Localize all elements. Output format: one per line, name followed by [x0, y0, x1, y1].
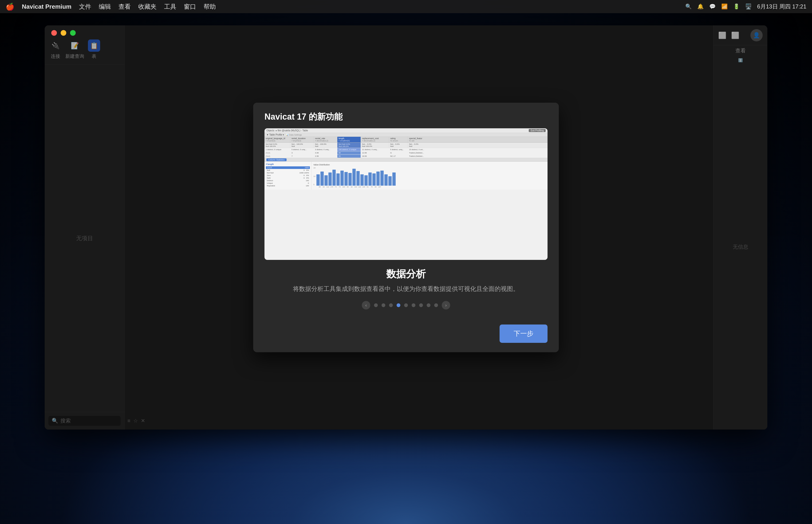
- cell-notnull-2: Not... 100.0%Null: [290, 143, 314, 148]
- dot-5[interactable]: [404, 304, 408, 307]
- maximize-button[interactable]: [70, 30, 76, 36]
- count-row: Count 1000: [266, 166, 310, 169]
- dr1-c3: 3 distinct, 0 uniq...: [314, 148, 337, 151]
- col-rental-rate: rental_rate♯ decimal(4,2): [314, 137, 337, 142]
- bar-15: [372, 174, 376, 186]
- dr2-c2: 3: [290, 151, 314, 154]
- battery-icon[interactable]: 🔋: [733, 3, 740, 10]
- ps-toolbar-right: Exit Profiling: [529, 129, 546, 132]
- new-features-modal: Navicat 17 的新功能 Objects ▸ film @sakila (: [253, 103, 559, 352]
- chart-title: Value Distribution: [313, 164, 546, 166]
- modal-body-title: 数据分析: [264, 260, 548, 284]
- col-stats-tab: Column Statistics: [264, 158, 548, 162]
- bar-9: [348, 173, 352, 186]
- menu-favorites[interactable]: 收藏夹: [138, 3, 157, 11]
- table-profile-label[interactable]: ▼ Table Profile ▾: [266, 133, 284, 136]
- bar-6: [337, 174, 340, 186]
- exit-profiling-btn[interactable]: Exit Profiling: [529, 129, 546, 132]
- film-path: ▸ film @sakila (MySQL) - Table: [276, 129, 308, 132]
- null-row: Null 0 0%: [266, 169, 310, 171]
- length-label: ♯ length: [266, 163, 310, 165]
- bar-3: [324, 175, 328, 186]
- y-axis: 15 10 5: [313, 167, 315, 186]
- bar-8: [344, 172, 348, 186]
- nan-row: NaN 0 0%: [266, 177, 310, 179]
- col-special-feat: special_featur% set: [408, 137, 432, 142]
- dot-8[interactable]: [427, 304, 431, 307]
- dot-1[interactable]: [374, 304, 378, 307]
- menu-help[interactable]: 帮助: [204, 3, 216, 11]
- search-menubar-icon[interactable]: 🔍: [685, 3, 692, 10]
- dot-7[interactable]: [419, 304, 423, 307]
- next-nav-button[interactable]: ›: [442, 301, 450, 309]
- value-distribution-chart: Value Distribution 15 10 5: [311, 162, 548, 190]
- col-rental-duration: rental_duration♯ tinyint(3): [290, 137, 314, 142]
- bar-2: [321, 171, 324, 186]
- bar-4: [328, 173, 332, 186]
- menu-tools[interactable]: 工具: [164, 3, 176, 11]
- col-replacement-cost: replacement_cost♯ decimal(5,2): [361, 137, 389, 142]
- bar-20: [392, 173, 396, 186]
- dot-2[interactable]: [381, 304, 385, 307]
- dr3-c2: 7: [290, 154, 314, 158]
- bar-11: [356, 171, 360, 186]
- dr3-c7: Trailers,Deleted...: [408, 154, 432, 158]
- bar-16: [376, 171, 380, 186]
- minimize-button[interactable]: [61, 30, 66, 36]
- menubar: 🍎 Navicat Premium 文件 编辑 查看 收藏夹 工具 窗口 帮助 …: [0, 0, 812, 13]
- dr2-c6: G: [389, 151, 408, 154]
- menu-edit[interactable]: 编辑: [99, 3, 111, 11]
- prev-nav-button[interactable]: ‹: [362, 301, 370, 309]
- zero-row: Zero 0 0%: [266, 174, 310, 177]
- bar-5: [332, 170, 336, 186]
- screenshot-area: Objects ▸ film @sakila (MySQL) - Table E…: [264, 128, 548, 260]
- next-button[interactable]: 下一步: [500, 325, 548, 343]
- dot-9[interactable]: [434, 304, 438, 307]
- bar-13: [364, 175, 368, 186]
- bar-17: [380, 170, 384, 186]
- data-settings-label: 📊 Data Settings: [286, 134, 302, 136]
- apple-menu[interactable]: 🍎: [6, 3, 14, 11]
- menu-file[interactable]: 文件: [79, 3, 91, 11]
- modal-body-desc: 将数据分析工具集成到数据查看器中，以便为你查看数据提供可视化且全面的视图。: [264, 284, 548, 301]
- dr2-c4: 86: [337, 151, 361, 154]
- dot-6[interactable]: [412, 304, 416, 307]
- cell-notnull-5: Not... 0.0%Null 100.0%: [361, 143, 389, 148]
- modal-header: Navicat 17 的新功能: [253, 103, 559, 128]
- dot-3[interactable]: [389, 304, 393, 307]
- bar-19: [388, 176, 392, 186]
- modal-dots: ‹ ›: [264, 301, 548, 317]
- length-stats-table: ♯ length Count 1000 Null 0 0%: [264, 162, 311, 190]
- menu-view[interactable]: 查看: [118, 3, 131, 11]
- stats-row-1: Not Null 0.0%Null 100.0% Not... 100.0%Nu…: [264, 143, 548, 148]
- modal-footer: 下一步: [253, 325, 559, 352]
- col-rating: rating% enum: [389, 137, 408, 142]
- data-row-1: 1 distinct, 0 unique 5 distinct, 0 uniq.…: [264, 148, 548, 151]
- dr3-c5: 18.99: [361, 154, 389, 158]
- data-row-2: (Null) 3 4.99 86 12.99 G Trailers,Delete…: [264, 151, 548, 154]
- bottom-stats: ♯ length Count 1000 Null 0 0%: [264, 162, 548, 190]
- datetime-display: 6月13日 周四 17:21: [757, 3, 806, 10]
- app-name[interactable]: Navicat Premium: [22, 3, 71, 10]
- dr1-c4: 140 distinct, 0 unique: [337, 148, 361, 151]
- column-statistics-btn[interactable]: Column Statistics: [266, 158, 287, 161]
- menu-window[interactable]: 窗口: [184, 3, 196, 11]
- dr2-c3: 4.99: [314, 151, 337, 154]
- app-body: 🔌 连接 📝 新建查询 📋 表 无项目 🔍: [45, 26, 767, 429]
- col-length: length♯ smallint(5): [337, 137, 361, 142]
- bar-18: [384, 174, 388, 186]
- cell-notnull-3: Not... 100.0%Null: [314, 143, 337, 148]
- col-original-lang: original_language_id♯ tinyint(3): [264, 137, 290, 142]
- dr1-c1: 1 distinct, 0 unique: [264, 148, 290, 151]
- display-icon[interactable]: 🖥️: [745, 3, 751, 10]
- repeated-row: Repeated 140: [266, 184, 310, 187]
- dot-4[interactable]: [396, 304, 400, 307]
- dr1-c5: 21 distinct, 0 uniq...: [361, 148, 389, 151]
- dr1-c2: 5 distinct, 0 uniq...: [290, 148, 314, 151]
- wechat-icon[interactable]: 💬: [709, 3, 716, 10]
- notification-icon[interactable]: 🔔: [697, 3, 704, 10]
- close-button[interactable]: [51, 30, 57, 36]
- unique-row: Unique 0: [266, 182, 310, 184]
- bar-14: [368, 173, 372, 186]
- wifi-icon[interactable]: 📶: [721, 3, 728, 10]
